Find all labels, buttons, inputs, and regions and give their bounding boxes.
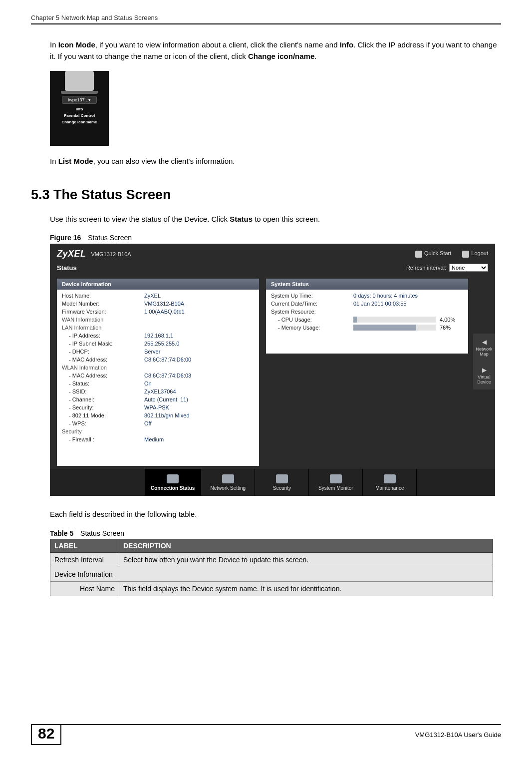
client-context-menu-image: twpc137...▾ Info Parental Control Change…: [50, 71, 109, 146]
nav-icon: [222, 474, 234, 483]
table-body: Refresh IntervalSelect how often you wan…: [50, 552, 493, 596]
status-table: LABEL DESCRIPTION Refresh IntervalSelect…: [50, 539, 493, 596]
row-label: - MAC Address:: [62, 357, 144, 363]
logout-link[interactable]: Logout: [462, 250, 488, 257]
table-cell-description: Select how often you want the Device to …: [119, 552, 493, 567]
paragraph-table-intro: Each field is described in the following…: [50, 509, 501, 520]
table-row: Refresh IntervalSelect how often you wan…: [50, 552, 493, 567]
chevron-right-icon: ▶: [474, 367, 494, 374]
nav-label: System Monitor: [318, 485, 353, 491]
row-label: Model Number:: [62, 301, 144, 307]
nav-icon: [276, 474, 288, 483]
device-info-rows: Host Name:ZyXELModel Number:VMG1312-B10A…: [57, 290, 259, 445]
table-title: Status Screen: [80, 529, 124, 537]
row-label: Host Name:: [62, 293, 144, 299]
nav-label: Network Setting: [211, 485, 246, 491]
row-label: Security: [62, 428, 144, 434]
logout-icon: [462, 251, 469, 258]
row-label: - DHCP:: [62, 349, 144, 355]
quick-start-label: Quick Start: [424, 250, 451, 256]
row-value: Medium: [144, 436, 254, 442]
row-value: 1.00(AABQ.0)b1: [144, 309, 254, 315]
table-cell-label: Device Information: [50, 567, 493, 581]
row-label: - SSID:: [62, 388, 144, 394]
text-bold: Icon Mode: [58, 40, 95, 49]
figure-number: Figure 16: [50, 234, 81, 242]
row-value: On: [144, 380, 254, 386]
section-heading: 5.3 The Status Screen: [31, 187, 501, 203]
row-value: VMG1312-B10A: [144, 301, 254, 307]
nav-label: Security: [273, 485, 291, 491]
bottom-nav-item[interactable]: System Monitor: [309, 469, 363, 496]
network-map-tab[interactable]: ◀ Network Map: [473, 334, 495, 362]
row-label: - Channel:: [62, 396, 144, 402]
row-value: ZyXEL: [144, 293, 254, 299]
row-value: Off: [144, 420, 254, 426]
text: .: [314, 52, 316, 60]
screenshot-topbar: ZyXEL VMG1312-B10A Quick Start Logout: [50, 244, 495, 262]
refresh-interval: Refresh interval: None: [406, 264, 488, 272]
info-row: Model Number:VMG1312-B10A: [57, 300, 259, 308]
text-bold: Status: [230, 215, 253, 223]
context-menu-item: Parental Control: [50, 113, 109, 118]
status-row: System Up Time:0 days: 0 hours: 4 minute…: [266, 292, 468, 300]
chevron-left-icon: ◀: [474, 339, 494, 346]
row-label: - IP Address:: [62, 333, 144, 339]
virtual-device-tab[interactable]: ▶ Virtual Device: [473, 362, 495, 389]
nav-icon: [330, 474, 342, 483]
text-bold: List Mode: [58, 157, 93, 165]
info-row: - WPS:Off: [57, 419, 259, 427]
bottom-nav-item[interactable]: Maintenance: [363, 469, 417, 496]
row-label: - Security:: [62, 404, 144, 410]
row-value: Server: [144, 349, 254, 355]
refresh-interval-label: Refresh interval:: [406, 265, 446, 271]
row-label: - 802.11 Mode:: [62, 412, 144, 418]
row-value: [144, 428, 254, 434]
bottom-nav: Connection StatusNetwork SettingSecurity…: [50, 469, 495, 496]
text-bold: Change icon/name: [248, 52, 314, 60]
row-value: 802.11b/g/n Mixed: [144, 412, 254, 418]
row-label: LAN Information: [62, 325, 144, 331]
table-number: Table 5: [50, 529, 73, 537]
usage-bar-fill: [353, 325, 416, 331]
row-value: C8:6C:87:74:D6:00: [144, 357, 254, 363]
device-model: VMG1312-B10A: [91, 251, 131, 257]
bottom-nav-item[interactable]: Network Setting: [201, 469, 255, 496]
info-row: Firmware Version:1.00(AABQ.0)b1: [57, 308, 259, 316]
row-value: WPA-PSK: [144, 404, 254, 410]
brand-logo: ZyXEL: [57, 249, 86, 259]
row-label: System Up Time:: [271, 293, 353, 299]
text-bold: Info: [340, 40, 354, 49]
system-status-panel: System Status System Up Time:0 days: 0 h…: [266, 279, 468, 354]
info-row: Security: [57, 427, 259, 435]
row-label: - CPU Usage:: [271, 317, 353, 323]
guide-name: VMG1312-B10A User's Guide: [415, 725, 501, 739]
network-map-tab-label: Network Map: [476, 347, 492, 357]
info-row: WAN Information: [57, 316, 259, 324]
row-label: WAN Information: [62, 317, 144, 323]
running-header: Chapter 5 Network Map and Status Screens: [31, 14, 501, 24]
row-label: - Memory Usage:: [271, 325, 353, 331]
table-row: Device Information: [50, 567, 493, 581]
status-row: - CPU Usage:4.00%: [266, 316, 468, 324]
bottom-nav-item[interactable]: Security: [255, 469, 309, 496]
table-cell-description: This field displays the Device system na…: [119, 581, 493, 596]
figure-title: Status Screen: [88, 234, 132, 242]
info-row: - Status:On: [57, 380, 259, 387]
top-actions: Quick Start Logout: [415, 250, 488, 257]
bottom-nav-item[interactable]: Connection Status: [145, 469, 201, 496]
info-row: - Firewall :Medium: [57, 435, 259, 443]
paragraph-status-intro: Use this screen to view the status of th…: [50, 214, 501, 225]
row-value: 255.255.255.0: [144, 341, 254, 347]
refresh-interval-select[interactable]: None: [449, 264, 488, 272]
laptop-icon: [65, 71, 94, 91]
info-row: - SSID:ZyXEL37064: [57, 387, 259, 395]
row-value: 0 days: 0 hours: 4 minutes: [353, 293, 463, 299]
quick-start-link[interactable]: Quick Start: [415, 250, 451, 257]
virtual-device-tab-label: Virtual Device: [477, 375, 491, 384]
row-value: [144, 365, 254, 371]
row-value: [144, 325, 254, 331]
row-label: - MAC Address:: [62, 373, 144, 379]
device-information-panel: Device Information Host Name:ZyXELModel …: [57, 279, 259, 466]
table-cell-label: Host Name: [50, 581, 119, 596]
